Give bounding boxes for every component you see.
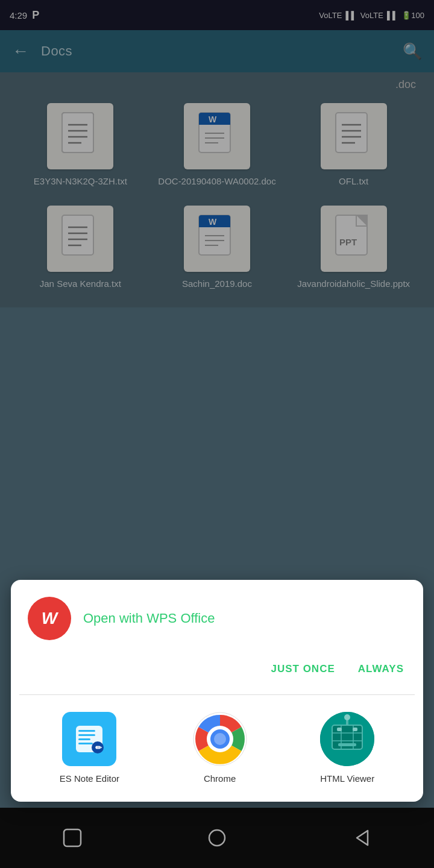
just-once-button[interactable]: JUST ONCE [268,658,337,680]
app-choices: ✏ ES Note Editor [11,695,423,802]
wps-logo-text: W [42,609,57,628]
html-viewer-label: HTML Viewer [320,773,374,784]
svg-point-53 [344,714,350,720]
dialog-header: W Open with WPS Office [11,580,423,652]
es-note-editor-icon: ✏ [62,712,116,766]
always-button[interactable]: ALWAYS [356,658,406,680]
dialog-action-buttons: JUST ONCE ALWAYS [11,652,423,694]
html-viewer-icon [320,712,374,766]
svg-rect-51 [353,728,357,731]
svg-text:✏: ✏ [95,743,102,752]
svg-point-43 [214,733,226,745]
svg-rect-35 [78,734,95,736]
svg-rect-37 [78,743,93,744]
svg-rect-54 [338,743,356,746]
svg-rect-50 [337,728,342,731]
app-choice-es-note-editor[interactable]: ✏ ES Note Editor [60,712,119,784]
wps-logo: W [28,597,71,640]
app-choice-chrome[interactable]: Chrome [193,712,247,784]
es-note-editor-label: ES Note Editor [60,773,119,784]
svg-rect-34 [78,730,95,732]
chrome-label: Chrome [204,773,236,784]
open-with-dialog: W Open with WPS Office JUST ONCE ALWAYS … [11,580,423,802]
app-choice-html-viewer[interactable]: HTML Viewer [320,712,374,784]
dialog-title: Open with WPS Office [83,610,215,627]
svg-rect-36 [78,738,90,740]
chrome-icon [193,712,247,766]
